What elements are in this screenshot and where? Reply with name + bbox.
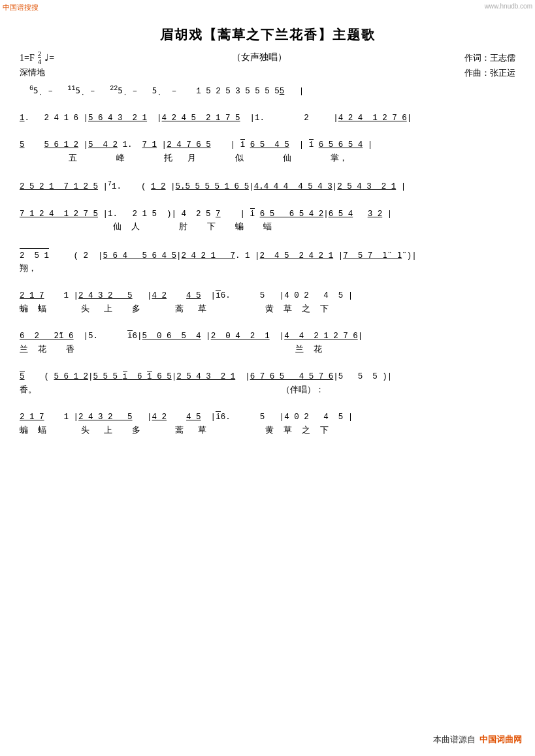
style-mark: 深情地 bbox=[20, 67, 54, 78]
score-content: 65̣ – 115̣ – 225̣ – 5̣ – 1 5 2 5 3 5 5 5… bbox=[20, 84, 515, 451]
footer-text: 本曲谱源自 bbox=[433, 734, 476, 746]
watermark-top-left: 中国谱搜搜 bbox=[3, 3, 39, 12]
lyrics-by: 作词：王志儒 bbox=[464, 50, 515, 65]
footer-link[interactable]: 中国词曲网 bbox=[479, 734, 522, 746]
footer: 本曲谱源自 中国词曲网 bbox=[433, 734, 522, 746]
subtitle: （女声独唱） bbox=[54, 50, 464, 63]
music-by: 作曲：张正运 bbox=[464, 65, 515, 80]
time-signature: 2 4 bbox=[38, 50, 42, 65]
score-section: 65̣ – 115̣ – 225̣ – 5̣ – 1 5 2 5 3 5 5 5… bbox=[20, 84, 515, 451]
tempo-label: ♩= bbox=[44, 52, 54, 63]
key-time-info: 1=F 2 4 ♩= 深情地 bbox=[20, 50, 54, 78]
watermark-top-right: www.hnudb.com bbox=[485, 3, 532, 10]
page-title: 眉胡戏【蒿草之下兰花香】主题歌 bbox=[20, 26, 515, 44]
author-info: 作词：王志儒 作曲：张正运 bbox=[464, 50, 515, 81]
key-label: 1=F bbox=[20, 53, 35, 63]
